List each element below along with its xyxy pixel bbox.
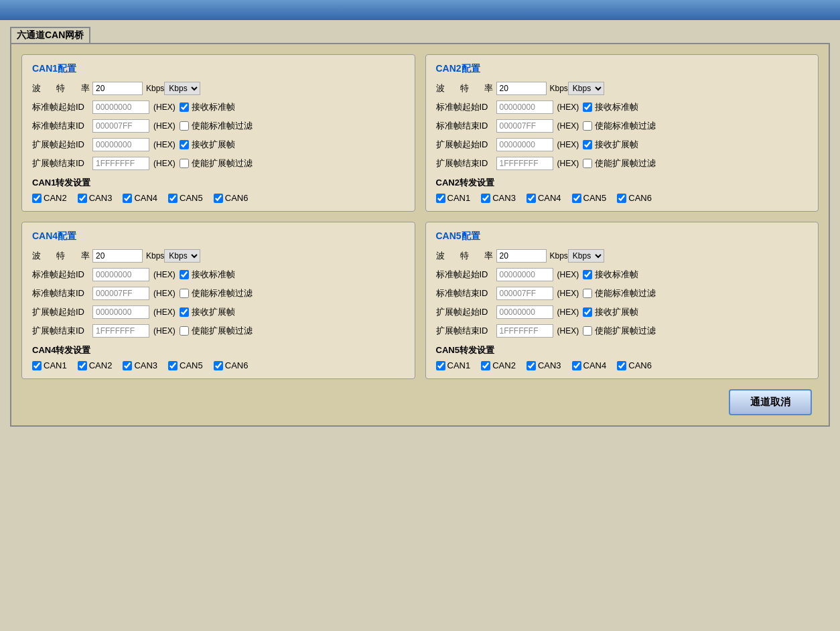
can2-fwd-can1-checkbox[interactable]: [436, 194, 445, 203]
can1-fwd-can5-checkbox[interactable]: [168, 194, 178, 203]
can2-std-filter-checkbox[interactable]: [583, 121, 592, 131]
can1-fwd-can2-checkbox[interactable]: [32, 194, 42, 203]
can1-ext-filter-check-row: 使能扩展帧过滤: [180, 157, 253, 169]
can5-ext-end-input[interactable]: [496, 324, 553, 338]
can2-std-filter-check-row: 使能标准帧过滤: [583, 120, 656, 132]
can2-fwd-can3-checkbox[interactable]: [481, 194, 490, 203]
can5-fwd-can6-checkbox[interactable]: [617, 361, 626, 370]
can5-std-start-row: 标准帧起始ID (HEX) 接收标准帧: [436, 268, 809, 281]
can4-fwd-can3-checkbox[interactable]: [123, 361, 132, 370]
can4-fwd-can1: CAN1: [32, 360, 67, 370]
can4-ext-end-input[interactable]: [92, 324, 149, 338]
can2-baud-unit-select[interactable]: Kbps: [568, 82, 604, 95]
can5-forward-title: CAN5转发设置: [436, 344, 809, 356]
can4-fwd-can5: CAN5: [168, 360, 203, 370]
can1-ext-start-input[interactable]: [92, 138, 149, 151]
can1-recv-ext-check-row: 接收扩展帧: [180, 139, 235, 151]
can5-baud-input[interactable]: [496, 249, 547, 263]
can5-std-end-input[interactable]: [496, 287, 553, 300]
can1-title: CAN1配置: [32, 63, 405, 75]
can5-recv-ext-checkbox[interactable]: [583, 307, 592, 317]
can4-std-filter-checkbox[interactable]: [180, 289, 189, 298]
can4-std-start-input[interactable]: [92, 268, 149, 281]
can2-ext-start-input[interactable]: [496, 138, 553, 151]
can1-baud-input[interactable]: [92, 82, 143, 95]
can4-fwd-can2-checkbox[interactable]: [78, 361, 87, 370]
cancel-button[interactable]: 通道取消: [729, 389, 812, 415]
can1-fwd-can4: CAN4: [123, 193, 157, 203]
can5-fwd-can2-checkbox[interactable]: [481, 361, 490, 370]
can2-std-start-input[interactable]: [496, 100, 553, 114]
can2-forward-title: CAN2转发设置: [436, 177, 809, 189]
can4-recv-std-checkbox[interactable]: [180, 270, 189, 279]
can4-ext-end-row: 扩展帧结束ID (HEX) 使能扩展帧过滤: [32, 324, 405, 338]
can1-std-start-input[interactable]: [92, 100, 149, 114]
title-bar: [0, 0, 840, 20]
can2-fwd-can4-checkbox[interactable]: [527, 194, 536, 203]
bottom-bar: 通道取消: [21, 389, 819, 415]
can2-std-start-row: 标准帧起始ID (HEX) 接收标准帧: [436, 100, 809, 114]
can1-recv-ext-checkbox[interactable]: [180, 140, 189, 149]
can5-fwd-can6: CAN6: [617, 360, 652, 370]
can2-fwd-can6-checkbox[interactable]: [617, 194, 626, 203]
can4-baud-unit-select[interactable]: Kbps: [164, 249, 200, 263]
can1-recv-std-checkbox[interactable]: [180, 102, 189, 112]
can1-fwd-can4-checkbox[interactable]: [123, 194, 132, 203]
can2-fwd-can5-checkbox[interactable]: [572, 194, 581, 203]
can1-std-filter-checkbox[interactable]: [180, 121, 189, 131]
can5-panel: CAN5配置 波 特 率 Kbps Kbps 标准帧起始ID (HEX): [425, 222, 819, 379]
can5-fwd-can2: CAN2: [481, 360, 516, 370]
can1-ext-end-label: 扩展帧结束ID: [32, 157, 92, 169]
can1-fwd-can3-checkbox[interactable]: [78, 194, 87, 203]
can5-fwd-can3-checkbox[interactable]: [527, 361, 536, 370]
can1-fwd-can3: CAN3: [78, 193, 113, 203]
can4-fwd-can3: CAN3: [123, 360, 157, 370]
can4-forward-title: CAN4转发设置: [32, 344, 405, 356]
can4-ext-start-input[interactable]: [92, 305, 149, 319]
can5-ext-start-input[interactable]: [496, 305, 553, 319]
can5-ext-filter-checkbox[interactable]: [583, 326, 592, 336]
can1-fwd-can6-checkbox[interactable]: [214, 194, 223, 203]
can1-std-end-input[interactable]: [92, 119, 149, 133]
can2-ext-filter-checkbox[interactable]: [583, 159, 592, 168]
can4-fwd-can6-checkbox[interactable]: [214, 361, 223, 370]
can2-fwd-can5: CAN5: [572, 193, 607, 203]
can5-std-filter-check-row: 使能标准帧过滤: [583, 287, 656, 299]
can1-ext-filter-checkbox[interactable]: [180, 159, 189, 168]
can4-fwd-can1-checkbox[interactable]: [32, 361, 42, 370]
can5-fwd-can1: CAN1: [436, 360, 471, 370]
can4-baud-input[interactable]: [92, 249, 143, 263]
can5-recv-std-checkbox[interactable]: [583, 270, 592, 279]
can5-baud-unit-select[interactable]: Kbps: [568, 249, 604, 263]
can4-baud-label: 波 特 率: [32, 250, 92, 262]
can2-std-end-input[interactable]: [496, 119, 553, 133]
can4-ext-filter-checkbox[interactable]: [180, 326, 189, 336]
can4-fwd-can5-checkbox[interactable]: [168, 361, 178, 370]
can2-ext-end-label: 扩展帧结束ID: [436, 157, 496, 169]
can2-ext-start-row: 扩展帧起始ID (HEX) 接收扩展帧: [436, 138, 809, 151]
panels-grid: CAN1配置 波 特 率 Kbps Kbps 标准帧起始ID (HEX): [21, 54, 819, 379]
can5-ext-start-row: 扩展帧起始ID (HEX) 接收扩展帧: [436, 305, 809, 319]
can2-recv-ext-check-row: 接收扩展帧: [583, 139, 638, 151]
can4-recv-ext-checkbox[interactable]: [180, 307, 189, 317]
can1-baud-unit-select[interactable]: Kbps: [164, 82, 200, 95]
can4-std-end-input[interactable]: [92, 287, 149, 300]
can4-panel: CAN4配置 波 特 率 Kbps Kbps 标准帧起始ID (HEX): [21, 222, 415, 379]
can1-std-end-row: 标准帧结束ID (HEX) 使能标准帧过滤: [32, 119, 405, 133]
can5-fwd-can4-checkbox[interactable]: [572, 361, 581, 370]
can2-fwd-can3: CAN3: [481, 193, 516, 203]
can1-ext-end-input[interactable]: [92, 157, 149, 170]
can2-ext-end-input[interactable]: [496, 157, 553, 170]
can5-fwd-can1-checkbox[interactable]: [436, 361, 445, 370]
can2-baud-label: 波 特 率: [436, 82, 496, 94]
can4-fwd-can6: CAN6: [214, 360, 249, 370]
can2-baud-input[interactable]: [496, 82, 547, 95]
can5-std-start-label: 标准帧起始ID: [436, 269, 496, 281]
can5-std-filter-checkbox[interactable]: [583, 289, 592, 298]
can5-std-start-input[interactable]: [496, 268, 553, 281]
can4-std-filter-check-row: 使能标准帧过滤: [180, 287, 253, 299]
can1-fwd-can6: CAN6: [214, 193, 249, 203]
can2-recv-std-checkbox[interactable]: [583, 102, 592, 112]
can2-forward-checkboxes: CAN1 CAN3 CAN4 CAN5: [436, 193, 809, 203]
can2-recv-ext-checkbox[interactable]: [583, 140, 592, 149]
